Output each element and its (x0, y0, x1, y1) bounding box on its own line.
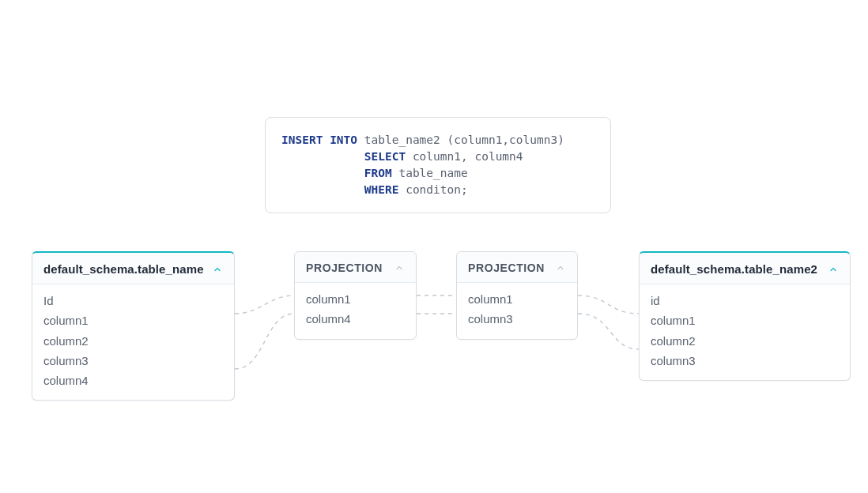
column-item: column3 (651, 351, 839, 371)
column-item: column2 (651, 331, 839, 351)
column-item: column4 (306, 309, 405, 329)
column-item: column3 (43, 351, 223, 371)
column-item: id (651, 291, 839, 310)
column-item: column4 (43, 371, 223, 390)
node-title: default_schema.table_name2 (651, 262, 817, 276)
node-body: column1 column4 (295, 283, 416, 339)
node-title: PROJECTION (468, 262, 545, 274)
column-item: Id (43, 291, 223, 310)
node-target-table: default_schema.table_name2 id column1 co… (639, 251, 851, 381)
node-projection-2: PROJECTION column1 column3 (456, 251, 578, 340)
node-body: id column1 column2 column3 (640, 284, 850, 380)
connector-lines (0, 0, 868, 493)
node-source-table: default_schema.table_name Id column1 col… (32, 251, 235, 401)
node-projection-1: PROJECTION column1 column4 (294, 251, 417, 340)
column-item: column3 (468, 309, 566, 329)
node-title: PROJECTION (306, 262, 383, 274)
node-body: Id column1 column2 column3 column4 (32, 284, 234, 400)
column-item: column1 (306, 289, 405, 309)
node-header[interactable]: default_schema.table_name2 (640, 253, 850, 284)
column-item: column1 (651, 310, 839, 330)
node-title: default_schema.table_name (43, 262, 204, 276)
column-item: column2 (43, 331, 223, 351)
chevron-up-icon[interactable] (828, 264, 839, 275)
sql-code-block: INSERT INTO table_name2 (column1,column3… (265, 117, 611, 213)
column-item: column1 (43, 310, 223, 330)
chevron-up-icon[interactable] (394, 262, 405, 273)
chevron-up-icon[interactable] (212, 264, 223, 275)
node-header[interactable]: default_schema.table_name (32, 253, 234, 284)
node-header[interactable]: PROJECTION (295, 252, 416, 283)
node-body: column1 column3 (457, 283, 577, 339)
chevron-up-icon[interactable] (555, 262, 566, 273)
column-item: column1 (468, 289, 566, 309)
node-header[interactable]: PROJECTION (457, 252, 577, 283)
